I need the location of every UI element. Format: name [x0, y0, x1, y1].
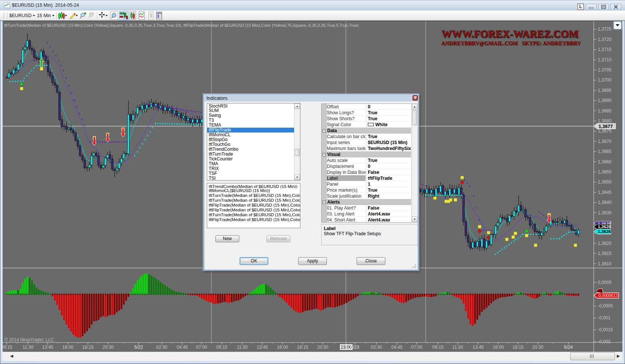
- svg-text:04:45: 04:45: [177, 345, 188, 350]
- svg-text:-0,002: -0,002: [598, 339, 610, 344]
- svg-text:5/24: 5/24: [564, 345, 573, 350]
- svg-text:1,3628: 1,3628: [598, 224, 611, 229]
- svg-text:16:00: 16:00: [493, 345, 504, 350]
- svg-text:07:00: 07:00: [411, 345, 422, 350]
- svg-text:13:45: 13:45: [473, 345, 484, 350]
- svg-text:-0,001: -0,001: [598, 315, 610, 320]
- svg-text:07:00: 07:00: [196, 345, 207, 350]
- svg-text:11:30: 11:30: [452, 345, 463, 350]
- svg-text:5/22: 5/22: [134, 345, 143, 350]
- svg-text:1,3665: 1,3665: [598, 149, 612, 154]
- svg-text:20:30: 20:30: [102, 345, 114, 350]
- svg-text:13:45: 13:45: [257, 345, 268, 350]
- svg-text:18:15: 18:15: [297, 345, 308, 350]
- svg-text:1,3725: 1,3725: [598, 26, 612, 32]
- svg-text:1,3720: 1,3720: [598, 37, 612, 42]
- svg-text:04:45: 04:45: [391, 345, 403, 350]
- svg-text:1,3695: 1,3695: [598, 88, 612, 93]
- svg-text:11:30: 11:30: [22, 345, 33, 350]
- svg-text:1,3675: 1,3675: [598, 128, 612, 134]
- svg-text:1,3640: 1,3640: [598, 200, 612, 205]
- svg-text:1,3680: 1,3680: [598, 118, 612, 124]
- svg-text:16:00: 16:00: [62, 345, 73, 350]
- svg-text:09:15: 09:15: [216, 345, 227, 350]
- svg-text:02:30: 02:30: [371, 345, 382, 350]
- svg-text:-0,0015: -0,0015: [598, 327, 613, 332]
- svg-text:-0,0000613: -0,0000613: [597, 293, 618, 298]
- svg-text:02:30: 02:30: [156, 345, 167, 350]
- svg-text:20:30: 20:30: [317, 345, 328, 350]
- svg-text:1,3655: 1,3655: [598, 169, 612, 175]
- svg-text:0,0005: 0,0005: [598, 280, 612, 285]
- svg-text:tftTurnTrade(Median of $EURUSD: tftTurnTrade(Median of $EURUSD (15 Min),…: [4, 23, 359, 28]
- svg-text:1,3705: 1,3705: [598, 67, 612, 73]
- svg-text:09:15: 09:15: [1, 345, 12, 350]
- svg-text:1,3700: 1,3700: [598, 77, 612, 83]
- svg-text:-0,0005: -0,0005: [598, 303, 613, 309]
- svg-text:18:15: 18:15: [512, 345, 524, 350]
- svg-text:1,3610: 1,3610: [598, 261, 612, 266]
- svg-text:1,3626: 1,3626: [598, 229, 611, 234]
- svg-text:16:00: 16:00: [277, 345, 288, 350]
- svg-text:1,3710: 1,3710: [598, 57, 612, 63]
- svg-text:13:45: 13:45: [42, 345, 53, 350]
- svg-text:1,3615: 1,3615: [598, 251, 612, 256]
- svg-text:1,3635: 1,3635: [598, 210, 612, 215]
- svg-text:1,3660: 1,3660: [598, 159, 612, 165]
- svg-text:1,3690: 1,3690: [598, 98, 612, 103]
- svg-text:11:30: 11:30: [237, 345, 247, 350]
- svg-text:1,3715: 1,3715: [598, 47, 612, 52]
- svg-text:1,3620: 1,3620: [598, 241, 612, 246]
- svg-text:09:15: 09:15: [432, 345, 444, 350]
- svg-text:1,3670: 1,3670: [598, 139, 612, 144]
- svg-text:1,3645: 1,3645: [598, 190, 612, 195]
- svg-text:© 2014 NinjaTrader, LLC: © 2014 NinjaTrader, LLC: [4, 337, 54, 342]
- svg-text:1,3650: 1,3650: [598, 179, 612, 185]
- svg-text:5/23: 5/23: [350, 345, 359, 350]
- svg-text:20:30: 20:30: [532, 345, 543, 350]
- svg-text:18:15: 18:15: [82, 345, 94, 350]
- svg-text:1,3685: 1,3685: [598, 108, 612, 114]
- svg-text:1,3677: 1,3677: [599, 124, 613, 129]
